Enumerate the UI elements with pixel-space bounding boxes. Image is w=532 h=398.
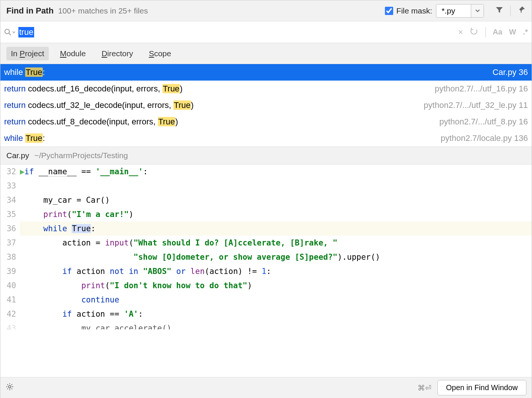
tab-module[interactable]: Module [56,47,90,60]
code-line: 43 my_car.accelerate() [0,321,532,329]
svg-point-2 [9,385,11,388]
pin-icon[interactable] [517,6,526,16]
code-line: 38 "show [O]dometer, or show average [S]… [0,250,532,264]
run-gutter-icon[interactable]: ▶ [20,165,25,179]
match-count: 100+ matches in 25+ files [58,6,385,15]
preview-header: Car.py ~/PycharmProjects/Testing [0,147,532,165]
separator [510,6,511,16]
code-preview[interactable]: 32▶if __name__ == '__main__':3334 my_car… [0,165,532,329]
history-icon[interactable] [470,27,479,37]
code-line: 32▶if __name__ == '__main__': [0,165,532,179]
preview-filename: Car.py [6,151,29,160]
search-icon[interactable] [4,28,15,36]
file-mask-select[interactable]: *.py [436,4,484,18]
tab-scope[interactable]: Scope [144,47,176,60]
search-options: × Aa W .* [458,27,528,37]
gear-icon[interactable] [6,383,14,393]
svg-line-1 [9,33,11,35]
results-list: while True:Car.py 36return codecs.utf_16… [0,64,532,147]
search-input[interactable]: true [18,27,34,37]
code-line: 35 print("I'm a car!") [0,207,532,221]
code-line: 36 while True: [0,221,532,236]
code-line: 33 [0,179,532,193]
code-line: 34 my_car = Car() [0,193,532,207]
svg-point-0 [5,29,9,34]
file-mask-checkbox[interactable] [385,7,393,15]
code-line: 37 action = input("What should I do? [A]… [0,236,532,250]
code-line: 41 continue [0,293,532,307]
file-mask-value: *.py [436,6,471,15]
result-row[interactable]: return codecs.utf_16_decode(input, error… [0,81,532,97]
header-bar: Find in Path 100+ matches in 25+ files F… [0,0,532,21]
dialog-title: Find in Path [6,6,54,16]
header-actions [495,6,526,16]
clear-icon[interactable]: × [458,27,463,37]
shortcut-hint: ⌘⏎ [418,383,431,392]
preview-path: ~/PycharmProjects/Testing [35,151,128,160]
file-mask-label: File mask: [396,6,432,15]
result-row[interactable]: return codecs.utf_8_decode(input, errors… [0,114,532,130]
result-row[interactable]: return codecs.utf_32_le_decode(input, er… [0,97,532,114]
open-in-find-window-button[interactable]: Open in Find Window [437,380,526,395]
code-line: 40 print("I don't know how to do that") [0,278,532,293]
match-case-toggle[interactable]: Aa [493,28,502,36]
scope-tabs: In Project Module Directory Scope [0,43,532,64]
code-line: 39 if action not in "ABOS" or len(action… [0,264,532,278]
code-line: 42 if action == 'A': [0,307,532,321]
search-row: true × Aa W .* [0,21,532,43]
footer: ⌘⏎ Open in Find Window [0,377,532,398]
chevron-down-icon[interactable] [471,4,484,17]
regex-toggle[interactable]: .* [523,28,528,36]
result-row[interactable]: while True:Car.py 36 [0,64,532,81]
tab-in-project[interactable]: In Project [6,47,49,60]
result-row[interactable]: while True:python2.7/locale.py 136 [0,130,532,147]
search-input-wrap[interactable]: true [18,27,458,37]
tab-directory[interactable]: Directory [97,47,138,60]
separator [485,27,486,37]
filter-icon[interactable] [495,6,503,16]
words-toggle[interactable]: W [509,28,516,36]
